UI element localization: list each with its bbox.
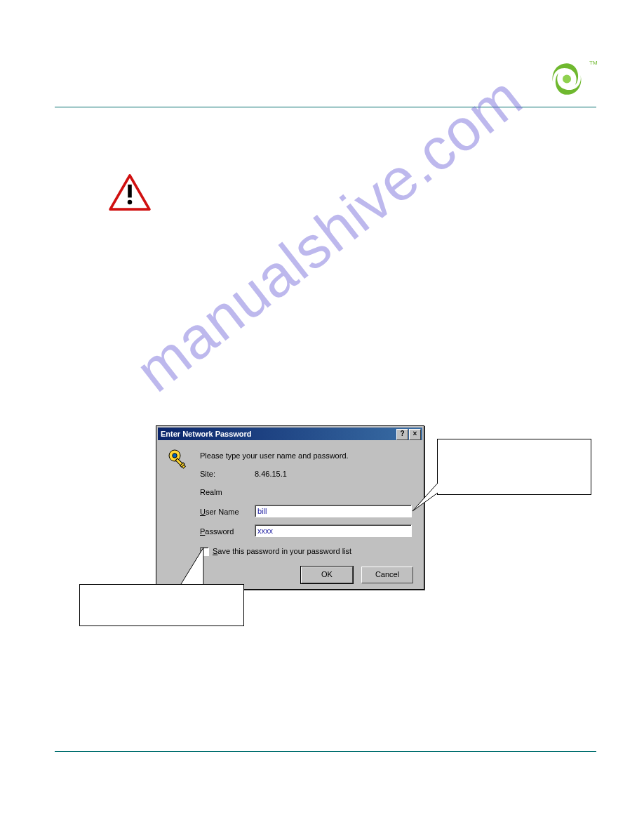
network-password-dialog: Enter Network Password ? × Please type y… — [156, 425, 424, 590]
help-button[interactable]: ? — [396, 429, 408, 440]
dialog-titlebar[interactable]: Enter Network Password ? × — [158, 428, 422, 440]
warning-icon — [109, 174, 151, 211]
save-password-checkbox[interactable] — [200, 547, 209, 556]
svg-rect-2 — [128, 185, 132, 198]
password-label: Password — [200, 527, 234, 536]
site-label: Site: — [200, 470, 215, 478]
svg-point-5 — [173, 454, 177, 458]
svg-point-3 — [128, 200, 133, 205]
password-input[interactable] — [255, 524, 412, 537]
dialog-prompt: Please type your user name and password. — [200, 451, 349, 460]
close-button[interactable]: × — [409, 429, 421, 440]
header-rule — [55, 107, 596, 107]
cancel-button[interactable]: Cancel — [361, 567, 413, 583]
realm-label: Realm — [200, 488, 222, 496]
save-password-label: Save this password in your password list — [213, 547, 351, 555]
ok-button[interactable]: OK — [301, 567, 353, 583]
callout-save-password — [79, 584, 244, 626]
callout-lines — [0, 0, 644, 834]
brand-logo — [546, 60, 588, 98]
username-input[interactable] — [255, 505, 412, 517]
trademark-symbol: TM — [589, 60, 598, 66]
watermark-text: manualshive.com — [123, 84, 508, 405]
footer-rule — [55, 751, 596, 752]
site-value: 8.46.15.1 — [255, 470, 287, 478]
callout-username-password — [437, 439, 591, 495]
svg-point-0 — [563, 74, 571, 83]
username-label: User Name — [200, 508, 239, 516]
dialog-title: Enter Network Password — [161, 430, 252, 438]
key-icon — [168, 449, 190, 471]
